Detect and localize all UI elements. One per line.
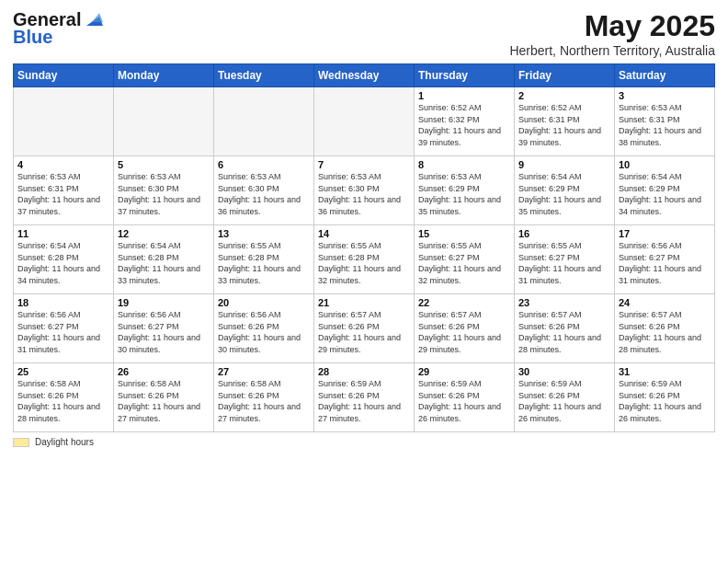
day-info: Sunrise: 6:53 AM Sunset: 6:30 PM Dayligh… <box>218 171 310 217</box>
day-number: 14 <box>318 228 410 239</box>
calendar-week-row: 25Sunrise: 6:58 AM Sunset: 6:26 PM Dayli… <box>14 363 715 432</box>
day-number: 9 <box>518 159 610 170</box>
day-number: 21 <box>318 297 410 308</box>
day-info: Sunrise: 6:54 AM Sunset: 6:28 PM Dayligh… <box>17 240 109 286</box>
table-row: 25Sunrise: 6:58 AM Sunset: 6:26 PM Dayli… <box>14 363 114 432</box>
table-row: 1Sunrise: 6:52 AM Sunset: 6:32 PM Daylig… <box>415 87 515 156</box>
table-row: 28Sunrise: 6:59 AM Sunset: 6:26 PM Dayli… <box>314 363 415 432</box>
day-number: 23 <box>518 297 610 308</box>
day-info: Sunrise: 6:55 AM Sunset: 6:28 PM Dayligh… <box>218 240 310 286</box>
day-info: Sunrise: 6:59 AM Sunset: 6:26 PM Dayligh… <box>318 378 410 424</box>
table-row <box>14 87 114 156</box>
day-number: 8 <box>418 159 510 170</box>
day-number: 29 <box>418 366 510 377</box>
day-number: 16 <box>518 228 610 239</box>
day-info: Sunrise: 6:53 AM Sunset: 6:31 PM Dayligh… <box>619 102 711 148</box>
day-info: Sunrise: 6:53 AM Sunset: 6:31 PM Dayligh… <box>17 171 109 217</box>
table-row: 30Sunrise: 6:59 AM Sunset: 6:26 PM Dayli… <box>515 363 615 432</box>
day-number: 19 <box>118 297 210 308</box>
legend: Daylight hours <box>13 437 715 447</box>
legend-bar <box>13 438 29 447</box>
logo: General Blue <box>13 9 103 46</box>
day-info: Sunrise: 6:56 AM Sunset: 6:27 PM Dayligh… <box>118 309 210 355</box>
day-info: Sunrise: 6:56 AM Sunset: 6:26 PM Dayligh… <box>218 309 310 355</box>
table-row: 11Sunrise: 6:54 AM Sunset: 6:28 PM Dayli… <box>14 225 114 294</box>
table-row: 10Sunrise: 6:54 AM Sunset: 6:29 PM Dayli… <box>615 156 715 225</box>
page: General Blue May 2025 Herbert, Northern … <box>0 0 728 563</box>
day-number: 27 <box>218 366 310 377</box>
table-row: 5Sunrise: 6:53 AM Sunset: 6:30 PM Daylig… <box>114 156 214 225</box>
svg-marker-1 <box>92 13 103 22</box>
calendar-week-row: 18Sunrise: 6:56 AM Sunset: 6:27 PM Dayli… <box>14 294 715 363</box>
legend-label: Daylight hours <box>35 437 94 447</box>
day-info: Sunrise: 6:59 AM Sunset: 6:26 PM Dayligh… <box>518 378 610 424</box>
day-number: 5 <box>118 159 210 170</box>
day-info: Sunrise: 6:55 AM Sunset: 6:27 PM Dayligh… <box>518 240 610 286</box>
calendar-header-row: Sunday Monday Tuesday Wednesday Thursday… <box>14 64 715 87</box>
table-row: 9Sunrise: 6:54 AM Sunset: 6:29 PM Daylig… <box>515 156 615 225</box>
table-row: 26Sunrise: 6:58 AM Sunset: 6:26 PM Dayli… <box>114 363 214 432</box>
day-info: Sunrise: 6:56 AM Sunset: 6:27 PM Dayligh… <box>619 240 711 286</box>
day-info: Sunrise: 6:54 AM Sunset: 6:28 PM Dayligh… <box>118 240 210 286</box>
table-row <box>314 87 415 156</box>
table-row: 31Sunrise: 6:59 AM Sunset: 6:26 PM Dayli… <box>615 363 715 432</box>
calendar-week-row: 4Sunrise: 6:53 AM Sunset: 6:31 PM Daylig… <box>14 156 715 225</box>
table-row: 4Sunrise: 6:53 AM Sunset: 6:31 PM Daylig… <box>14 156 114 225</box>
logo-general: General <box>13 10 81 29</box>
day-number: 4 <box>17 159 109 170</box>
calendar-table: Sunday Monday Tuesday Wednesday Thursday… <box>13 63 715 432</box>
day-number: 31 <box>619 366 711 377</box>
table-row: 24Sunrise: 6:57 AM Sunset: 6:26 PM Dayli… <box>615 294 715 363</box>
table-row: 29Sunrise: 6:59 AM Sunset: 6:26 PM Dayli… <box>415 363 515 432</box>
day-number: 1 <box>418 90 510 101</box>
col-monday: Monday <box>114 64 214 87</box>
table-row: 2Sunrise: 6:52 AM Sunset: 6:31 PM Daylig… <box>515 87 615 156</box>
col-wednesday: Wednesday <box>314 64 415 87</box>
day-info: Sunrise: 6:59 AM Sunset: 6:26 PM Dayligh… <box>619 378 711 424</box>
table-row: 21Sunrise: 6:57 AM Sunset: 6:26 PM Dayli… <box>314 294 415 363</box>
day-info: Sunrise: 6:54 AM Sunset: 6:29 PM Dayligh… <box>619 171 711 217</box>
day-info: Sunrise: 6:58 AM Sunset: 6:26 PM Dayligh… <box>118 378 210 424</box>
day-info: Sunrise: 6:57 AM Sunset: 6:26 PM Dayligh… <box>318 309 410 355</box>
day-info: Sunrise: 6:52 AM Sunset: 6:32 PM Dayligh… <box>418 102 510 148</box>
day-number: 11 <box>17 228 109 239</box>
logo-blue: Blue <box>13 28 52 46</box>
day-number: 18 <box>17 297 109 308</box>
table-row: 23Sunrise: 6:57 AM Sunset: 6:26 PM Dayli… <box>515 294 615 363</box>
table-row: 15Sunrise: 6:55 AM Sunset: 6:27 PM Dayli… <box>415 225 515 294</box>
calendar-week-row: 11Sunrise: 6:54 AM Sunset: 6:28 PM Dayli… <box>14 225 715 294</box>
day-info: Sunrise: 6:57 AM Sunset: 6:26 PM Dayligh… <box>418 309 510 355</box>
day-number: 25 <box>17 366 109 377</box>
day-info: Sunrise: 6:54 AM Sunset: 6:29 PM Dayligh… <box>518 171 610 217</box>
day-number: 13 <box>218 228 310 239</box>
day-info: Sunrise: 6:55 AM Sunset: 6:28 PM Dayligh… <box>318 240 410 286</box>
table-row: 18Sunrise: 6:56 AM Sunset: 6:27 PM Dayli… <box>14 294 114 363</box>
table-row: 20Sunrise: 6:56 AM Sunset: 6:26 PM Dayli… <box>214 294 314 363</box>
col-friday: Friday <box>515 64 615 87</box>
table-row: 13Sunrise: 6:55 AM Sunset: 6:28 PM Dayli… <box>214 225 314 294</box>
day-number: 20 <box>218 297 310 308</box>
header: General Blue May 2025 Herbert, Northern … <box>13 9 715 58</box>
table-row: 17Sunrise: 6:56 AM Sunset: 6:27 PM Dayli… <box>615 225 715 294</box>
day-number: 3 <box>619 90 711 101</box>
table-row: 12Sunrise: 6:54 AM Sunset: 6:28 PM Dayli… <box>114 225 214 294</box>
table-row: 16Sunrise: 6:55 AM Sunset: 6:27 PM Dayli… <box>515 225 615 294</box>
day-number: 24 <box>619 297 711 308</box>
main-title: May 2025 <box>509 9 715 43</box>
table-row: 3Sunrise: 6:53 AM Sunset: 6:31 PM Daylig… <box>615 87 715 156</box>
day-number: 12 <box>118 228 210 239</box>
table-row: 14Sunrise: 6:55 AM Sunset: 6:28 PM Dayli… <box>314 225 415 294</box>
day-number: 2 <box>518 90 610 101</box>
day-info: Sunrise: 6:55 AM Sunset: 6:27 PM Dayligh… <box>418 240 510 286</box>
day-info: Sunrise: 6:58 AM Sunset: 6:26 PM Dayligh… <box>17 378 109 424</box>
col-sunday: Sunday <box>14 64 114 87</box>
day-info: Sunrise: 6:58 AM Sunset: 6:26 PM Dayligh… <box>218 378 310 424</box>
day-info: Sunrise: 6:52 AM Sunset: 6:31 PM Dayligh… <box>518 102 610 148</box>
day-info: Sunrise: 6:57 AM Sunset: 6:26 PM Dayligh… <box>619 309 711 355</box>
calendar-week-row: 1Sunrise: 6:52 AM Sunset: 6:32 PM Daylig… <box>14 87 715 156</box>
day-number: 15 <box>418 228 510 239</box>
col-tuesday: Tuesday <box>214 64 314 87</box>
table-row <box>114 87 214 156</box>
table-row: 8Sunrise: 6:53 AM Sunset: 6:29 PM Daylig… <box>415 156 515 225</box>
day-number: 26 <box>118 366 210 377</box>
